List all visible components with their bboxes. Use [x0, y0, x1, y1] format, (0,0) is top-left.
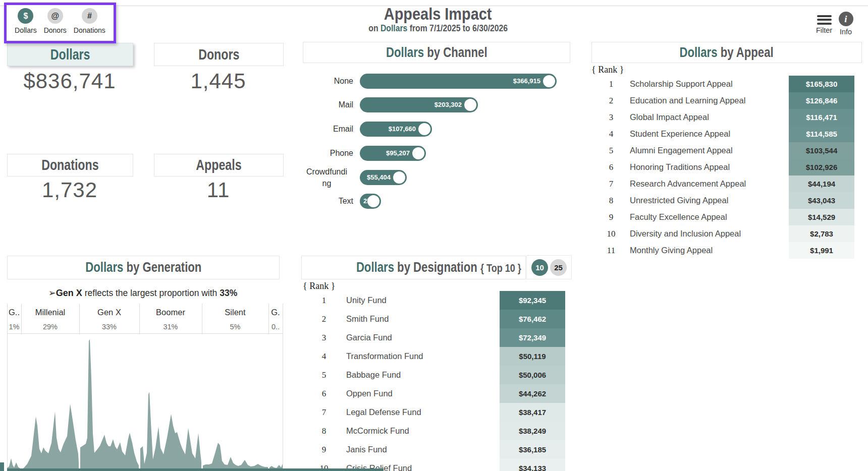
appeal-row: 9Faculty Excellence Appeal$14,529 — [591, 209, 861, 225]
appeal-value-cell[interactable]: $2,783 — [789, 225, 854, 242]
channel-bar-value: $55,404 — [367, 170, 391, 185]
generation-panel-header: Dollars by Generation — [7, 256, 280, 279]
designation-name: Unity Fund — [346, 291, 387, 310]
designation-value-cell[interactable]: $34,133 — [500, 459, 565, 471]
designation-name: Babbage Fund — [346, 366, 401, 384]
channel-bar-value: $203,302 — [435, 97, 462, 112]
appeal-row: 8Unrestricted Giving Appeal$43,043 — [591, 192, 861, 209]
filter-label: Filter — [811, 26, 837, 34]
designation-value-cell[interactable]: $92,345 — [500, 291, 565, 310]
designation-row: 8McCormick Fund$38,249 — [301, 422, 572, 440]
designation-row: 4Transformation Fund$50,119 — [301, 347, 572, 366]
appeal-name: Alumni Engagement Appeal — [630, 142, 733, 159]
kpi-label: Donors — [198, 46, 239, 63]
appeal-row: 6Honoring Traditions Appeal$102,926 — [591, 159, 861, 175]
channel-label: Phone — [300, 147, 353, 159]
info-label: Info — [837, 28, 855, 36]
appeal-value-cell[interactable]: $1,991 — [789, 242, 854, 259]
appeal-name: Diversity and Inclusion Appeal — [630, 225, 741, 242]
filter-button[interactable]: Filter — [811, 13, 837, 34]
designation-row: 3Garcia Fund$72,349 — [301, 328, 572, 347]
appeal-rank: 6 — [604, 159, 619, 175]
kpi-card-appeals[interactable]: Appeals — [154, 154, 284, 176]
appeal-name: Scholarship Support Appeal — [630, 76, 733, 92]
channel-panel-header: Dollars by Channel — [303, 42, 570, 63]
appeal-row: 3Global Impact Appeal$116,471 — [591, 109, 861, 126]
appeal-rank-header: { Rank } — [591, 65, 624, 75]
appeal-value-cell[interactable]: $103,544 — [789, 142, 854, 159]
info-button[interactable]: i Info — [837, 12, 855, 36]
channel-label: Email — [300, 123, 353, 135]
appeal-value-cell[interactable]: $126,846 — [789, 92, 854, 109]
metric-toggle-donors[interactable]: @Donors — [44, 8, 67, 34]
designation-value-cell[interactable]: $36,185 — [500, 440, 565, 459]
bar-end-dot — [393, 171, 405, 184]
designation-rank: 2 — [316, 310, 332, 328]
designation-value-cell[interactable]: $38,249 — [500, 422, 565, 440]
appeal-value-cell[interactable]: $43,043 — [789, 192, 854, 209]
bar-end-dot — [367, 195, 379, 207]
designation-value-cell[interactable]: $44,262 — [500, 384, 565, 403]
designation-rank: 8 — [316, 422, 332, 440]
designation-value-cell[interactable]: $38,417 — [500, 403, 565, 422]
appeal-value-cell[interactable]: $116,471 — [789, 109, 854, 126]
appeal-name: Faculty Excellence Appeal — [630, 209, 727, 225]
generation-area-chart[interactable] — [7, 334, 283, 469]
top-10-button[interactable]: 10 — [531, 259, 548, 276]
generation-col-pct: 29% — [21, 322, 79, 332]
appeal-value-cell[interactable]: $44,194 — [789, 175, 854, 192]
generation-col-pct: 1% — [7, 322, 21, 332]
designation-value-cell[interactable]: $72,349 — [500, 328, 565, 347]
designation-value-cell[interactable]: $50,006 — [500, 366, 565, 384]
metric-toggle-donations[interactable]: #Donations — [74, 8, 105, 34]
kpi-value-appeals: 11 — [154, 178, 283, 202]
info-icon: i — [839, 12, 853, 26]
channel-bar-phone[interactable]: $95,207 — [360, 146, 426, 161]
title-block: Appeals Impact on Dollars from 7/1/2025 … — [257, 4, 619, 33]
channel-bar-value: $107,660 — [389, 122, 416, 137]
kpi-card-dollars[interactable]: Dollars — [7, 43, 133, 66]
generation-header-divider — [7, 333, 283, 334]
appeal-value-cell[interactable]: $114,585 — [789, 126, 854, 142]
designation-rank: 5 — [316, 366, 332, 384]
appeal-name: Student Experience Appeal — [630, 126, 730, 142]
appeal-value-cell[interactable]: $102,926 — [789, 159, 854, 175]
appeal-rank: 9 — [604, 209, 619, 225]
dollars-icon: $ — [18, 8, 33, 24]
channel-bar-value: $95,207 — [386, 146, 410, 161]
designation-rank: 1 — [316, 291, 332, 310]
designation-value-cell[interactable]: $76,462 — [500, 310, 565, 328]
dashboard: $Dollars@Donors#Donations Appeals Impact… — [0, 0, 868, 471]
generation-col-label: Boomer — [139, 306, 202, 319]
channel-bar-text[interactable]: 25 — [360, 194, 381, 209]
channel-bar-crowdfunding[interactable]: $55,404 — [360, 170, 407, 185]
kpi-card-donors[interactable]: Donors — [154, 43, 284, 66]
bar-end-dot — [464, 99, 476, 111]
channel-bar-none[interactable]: $366,915 — [360, 74, 557, 89]
metric-toggle-dollars[interactable]: $Dollars — [15, 8, 37, 34]
channel-bar-email[interactable]: $107,660 — [360, 122, 432, 137]
designation-name: Garcia Fund — [346, 328, 392, 347]
appeal-name: Unrestricted Giving Appeal — [630, 192, 728, 209]
bar-end-dot — [418, 123, 430, 135]
designation-rank-header: { Rank } — [303, 281, 335, 291]
designation-row: 2Smith Fund$76,462 — [301, 310, 572, 328]
appeal-value-cell[interactable]: $14,529 — [789, 209, 854, 225]
designation-topn-buttons: 1025 — [526, 255, 572, 279]
generation-col-label: Silent — [202, 306, 268, 319]
appeal-rank: 3 — [604, 109, 619, 126]
kpi-card-donations[interactable]: Donations — [7, 154, 133, 176]
top-25-button[interactable]: 25 — [550, 259, 567, 276]
designation-rank: 3 — [316, 328, 332, 347]
appeal-value-cell[interactable]: $165,830 — [789, 76, 854, 92]
generation-col-pct: 33% — [79, 322, 139, 332]
generation-col-divider — [283, 304, 283, 471]
kpi-value-donations: 1,732 — [7, 178, 132, 202]
channel-label: Text — [300, 195, 353, 207]
bottom-corner-mark — [0, 462, 4, 471]
designation-name: Oppen Fund — [346, 384, 393, 403]
designation-row: 6Oppen Fund$44,262 — [301, 384, 572, 403]
designation-value-cell[interactable]: $50,119 — [500, 347, 565, 366]
arrow-icon: ➢ — [48, 288, 56, 298]
channel-bar-mail[interactable]: $203,302 — [360, 97, 478, 112]
